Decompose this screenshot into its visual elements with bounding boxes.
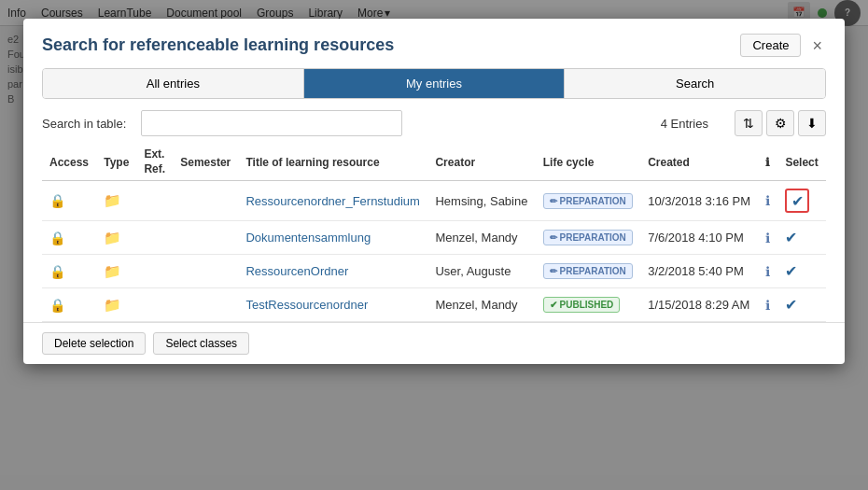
create-button[interactable]: Create xyxy=(740,34,801,57)
cell-ext-ref xyxy=(136,221,173,255)
resources-table: Access Type Ext.Ref. Semester Title of l… xyxy=(42,144,826,322)
cell-info[interactable]: ℹ xyxy=(758,288,777,322)
col-header-access: Access xyxy=(42,144,96,181)
cell-access: 🔒 xyxy=(42,288,96,322)
search-input[interactable] xyxy=(141,110,402,136)
info-icon[interactable]: ℹ xyxy=(765,231,770,245)
cell-access: 🔒 xyxy=(42,255,96,288)
cell-type: 📁 xyxy=(96,221,136,255)
download-button[interactable]: ⬇ xyxy=(798,110,826,136)
col-header-title: Title of learning resource xyxy=(238,144,427,181)
col-header-ext-ref: Ext.Ref. xyxy=(136,144,173,181)
resource-link[interactable]: TestRessourcenordner xyxy=(245,298,368,312)
cell-creator: Hemsing, Sabine xyxy=(427,181,535,221)
cell-lifecycle: ✔ PUBLISHED xyxy=(536,288,640,322)
resources-table-container: Access Type Ext.Ref. Semester Title of l… xyxy=(23,144,845,322)
cell-lifecycle: ✏ PREPARATION xyxy=(536,181,640,221)
search-label: Search in table: xyxy=(42,117,126,131)
gear-icon: ⚙ xyxy=(775,116,787,131)
lock-icon: 🔒 xyxy=(49,231,65,245)
cell-created: 10/3/2018 3:16 PM xyxy=(640,181,758,221)
tab-all-entries[interactable]: All entries xyxy=(43,69,304,98)
tab-my-entries[interactable]: My entries xyxy=(304,69,566,98)
search-area: Search in table: 4 Entries ⇅ ⚙ ⬇ xyxy=(23,110,845,144)
table-row: 🔒📁RessourcenOrdnerUser, Auguste✏ PREPARA… xyxy=(42,255,826,288)
modal-footer: Delete selection Select classes xyxy=(23,322,845,364)
resource-link[interactable]: Ressourcenordner_Fernstudium xyxy=(245,194,419,208)
cell-select[interactable]: ✔ xyxy=(777,288,826,322)
cell-select[interactable]: ✔ xyxy=(777,255,826,288)
resource-link[interactable]: Dokumentensammlung xyxy=(245,231,371,245)
lock-icon: 🔒 xyxy=(49,193,65,208)
modal-header: Search for referenceable learning resour… xyxy=(23,19,845,68)
folder-icon: 📁 xyxy=(104,192,121,208)
cell-title[interactable]: Dokumentensammlung xyxy=(238,221,427,255)
modal-dialog: Search for referenceable learning resour… xyxy=(23,19,845,364)
close-button[interactable]: × xyxy=(808,37,826,54)
cell-title[interactable]: RessourcenOrdner xyxy=(238,255,427,288)
col-header-created: Created xyxy=(640,144,758,181)
download-icon: ⬇ xyxy=(806,116,818,131)
cell-creator: Menzel, Mandy xyxy=(427,221,535,255)
table-row: 🔒📁TestRessourcenordnerMenzel, Mandy✔ PUB… xyxy=(42,288,826,322)
lock-icon: 🔒 xyxy=(49,298,65,313)
tab-bar: All entries My entries Search xyxy=(42,68,826,99)
cell-type: 📁 xyxy=(96,288,136,322)
resource-link[interactable]: RessourcenOrdner xyxy=(245,264,348,278)
folder-icon: 📁 xyxy=(104,297,121,313)
info-icon[interactable]: ℹ xyxy=(765,298,770,313)
cell-info[interactable]: ℹ xyxy=(758,255,777,288)
cell-title[interactable]: Ressourcenordner_Fernstudium xyxy=(238,181,427,221)
cell-access: 🔒 xyxy=(42,181,96,221)
lifecycle-badge: ✏ PREPARATION xyxy=(543,230,633,245)
cell-created: 3/2/2018 5:40 PM xyxy=(640,255,758,288)
sort-icon: ⇅ xyxy=(743,116,754,131)
select-checkmark[interactable]: ✔ xyxy=(785,297,797,313)
cell-select[interactable]: ✔ xyxy=(777,181,826,221)
cell-semester xyxy=(173,221,238,255)
folder-icon: 📁 xyxy=(104,230,121,245)
info-icon[interactable]: ℹ xyxy=(765,264,770,279)
cell-creator: User, Auguste xyxy=(427,255,535,288)
sort-button[interactable]: ⇅ xyxy=(735,110,763,136)
col-header-type: Type xyxy=(96,144,136,181)
cell-created: 1/15/2018 8:29 AM xyxy=(640,288,758,322)
cell-semester xyxy=(173,255,238,288)
col-header-lifecycle: Life cycle xyxy=(536,144,640,181)
folder-icon: 📁 xyxy=(104,263,121,279)
modal-title: Search for referenceable learning resour… xyxy=(42,35,394,55)
settings-button[interactable]: ⚙ xyxy=(766,110,794,136)
cell-ext-ref xyxy=(136,181,173,221)
col-header-semester: Semester xyxy=(173,144,238,181)
cell-created: 7/6/2018 4:10 PM xyxy=(640,221,758,255)
tab-search[interactable]: Search xyxy=(565,69,825,98)
cell-semester xyxy=(173,181,238,221)
cell-lifecycle: ✏ PREPARATION xyxy=(536,255,640,288)
lock-icon: 🔒 xyxy=(49,264,65,279)
select-checkmark[interactable]: ✔ xyxy=(785,263,797,279)
select-classes-button[interactable]: Select classes xyxy=(153,332,249,355)
col-header-creator: Creator xyxy=(427,144,535,181)
entries-count: 4 Entries xyxy=(661,117,708,131)
select-checkmark-highlighted[interactable]: ✔ xyxy=(785,189,809,213)
cell-semester xyxy=(173,288,238,322)
cell-type: 📁 xyxy=(96,181,136,221)
table-row: 🔒📁Ressourcenordner_FernstudiumHemsing, S… xyxy=(42,181,826,221)
cell-type: 📁 xyxy=(96,255,136,288)
cell-ext-ref xyxy=(136,288,173,322)
info-icon[interactable]: ℹ xyxy=(765,193,770,208)
cell-select[interactable]: ✔ xyxy=(777,221,826,255)
cell-info[interactable]: ℹ xyxy=(758,181,777,221)
modal-overlay: Search for referenceable learning resour… xyxy=(0,0,868,490)
select-checkmark[interactable]: ✔ xyxy=(785,230,797,245)
col-header-select: Select xyxy=(777,144,826,181)
table-tools: ⇅ ⚙ ⬇ xyxy=(735,110,826,136)
cell-creator: Menzel, Mandy xyxy=(427,288,535,322)
cell-info[interactable]: ℹ xyxy=(758,221,777,255)
cell-ext-ref xyxy=(136,255,173,288)
lifecycle-badge: ✏ PREPARATION xyxy=(543,193,633,209)
delete-selection-button[interactable]: Delete selection xyxy=(42,332,146,355)
col-header-info: ℹ xyxy=(758,144,777,181)
cell-title[interactable]: TestRessourcenordner xyxy=(238,288,427,322)
table-row: 🔒📁DokumentensammlungMenzel, Mandy✏ PREPA… xyxy=(42,221,826,255)
